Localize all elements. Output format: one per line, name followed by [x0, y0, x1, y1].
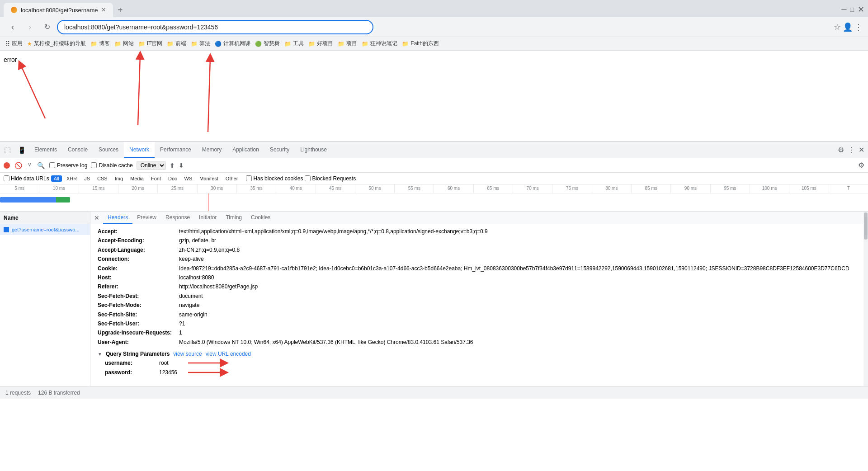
devtools-more-button[interactable]: ⋮	[848, 146, 855, 154]
clear-button[interactable]: 🚫	[14, 161, 23, 170]
bookmark-item-10[interactable]: 📁 好项目	[308, 40, 333, 47]
tab-application[interactable]: Application	[227, 142, 264, 158]
import-har-button[interactable]: ⬆	[170, 162, 175, 169]
bookmark-item-4[interactable]: 📁 IT官网	[138, 40, 163, 47]
blocked-requests-label[interactable]: Blocked Requests	[305, 175, 356, 182]
header-host: Host: localhost:8080	[98, 273, 856, 282]
tab-close-icon[interactable]: ×	[102, 6, 106, 14]
details-tab-timing[interactable]: Timing	[221, 212, 246, 224]
network-row[interactable]: get?username=root&passwo...	[0, 224, 90, 235]
details-tab-cookies[interactable]: Cookies	[246, 212, 275, 224]
details-tab-response[interactable]: Response	[161, 212, 194, 224]
query-string-title: Query String Parameters	[106, 349, 170, 358]
view-url-encoded-link[interactable]: view URL encoded	[206, 349, 251, 358]
query-string-collapse-icon[interactable]: ▼	[98, 350, 102, 358]
annotation-arrows	[0, 51, 868, 141]
disable-cache-checkbox-label[interactable]: Disable cache	[91, 162, 132, 169]
timeline-tick-4: 20 ms	[118, 184, 158, 193]
bookmark-item-7[interactable]: 🔵 计算机网课	[215, 40, 250, 47]
devtools-device-icon[interactable]: 📱	[14, 142, 29, 158]
details-tab-preview[interactable]: Preview	[132, 212, 161, 224]
new-tab-button[interactable]: +	[114, 3, 127, 17]
tab-memory[interactable]: Memory	[197, 142, 227, 158]
header-sec-fetch-user-name: Sec-Fetch-User:	[98, 319, 179, 328]
throttle-select[interactable]: Online	[137, 161, 166, 170]
details-panel: ✕ Headers Preview Response Initiator Tim…	[90, 212, 863, 386]
filter-all-button[interactable]: All	[51, 175, 62, 182]
filter-doc-button[interactable]: Doc	[165, 175, 180, 182]
details-scrollbar[interactable]	[863, 212, 868, 386]
tab-console[interactable]: Console	[62, 142, 93, 158]
bookmark-item-8[interactable]: 🟢 智慧树	[255, 40, 280, 47]
export-har-button[interactable]: ⬇	[179, 162, 184, 169]
bookmark-item-2[interactable]: 📁 博客	[90, 40, 110, 47]
maximize-button[interactable]: □	[850, 6, 854, 13]
bookmark-item-12[interactable]: 📁 狂神说笔记	[362, 40, 397, 47]
filter-media-button[interactable]: Media	[127, 175, 146, 182]
header-cookie-value: Idea-f087219=ddb4285a-a2c9-4687-a791-ca1…	[179, 264, 849, 273]
has-blocked-cookies-label[interactable]: Has blocked cookies	[246, 175, 303, 182]
timeline-tick-8: 40 ms	[276, 184, 316, 193]
filter-ws-button[interactable]: WS	[182, 175, 195, 182]
tab-performance[interactable]: Performance	[155, 142, 197, 158]
close-button[interactable]: ✕	[858, 5, 864, 14]
menu-button[interactable]: ⋮	[854, 22, 863, 32]
url-input[interactable]	[64, 24, 366, 31]
view-source-link[interactable]: view source	[173, 349, 202, 358]
hide-data-urls-label[interactable]: Hide data URLs	[4, 175, 49, 182]
preserve-log-checkbox[interactable]	[49, 162, 55, 168]
tab-network[interactable]: Network	[124, 142, 155, 158]
filter-icon-button[interactable]: ⊻	[27, 161, 33, 170]
forward-button[interactable]: ›	[23, 20, 37, 34]
hide-data-urls-checkbox[interactable]	[4, 175, 9, 181]
bookmark-item-9[interactable]: 📁 工具	[284, 40, 304, 47]
apps-button[interactable]: ⠿ 应用	[5, 40, 23, 47]
filter-js-button[interactable]: JS	[81, 175, 93, 182]
timeline-tick-2: 10 ms	[39, 184, 79, 193]
filter-manifest-button[interactable]: Manifest	[197, 175, 221, 182]
back-button[interactable]: ‹	[5, 20, 20, 34]
scrollbar-thumb[interactable]	[864, 212, 868, 240]
header-accept-encoding: Accept-Encoding: gzip, deflate, br	[98, 236, 856, 245]
header-accept-language-name: Accept-Language:	[98, 245, 179, 254]
bookmark-item-11[interactable]: 📁 项目	[338, 40, 357, 47]
timeline-tick-5: 25 ms	[158, 184, 197, 193]
refresh-button[interactable]: ↻	[40, 20, 54, 34]
header-sec-fetch-user: Sec-Fetch-User: ?1	[98, 319, 856, 328]
address-bar[interactable]	[57, 20, 373, 34]
timeline-tick-18: 90 ms	[671, 184, 710, 193]
filter-xhr-button[interactable]: XHR	[64, 175, 80, 182]
filter-img-button[interactable]: Img	[112, 175, 126, 182]
filter-css-button[interactable]: CSS	[94, 175, 110, 182]
bookmark-item-5[interactable]: 📁 前端	[167, 40, 186, 47]
tab-sources[interactable]: Sources	[93, 142, 124, 158]
details-tab-initiator[interactable]: Initiator	[194, 212, 221, 224]
tab-elements[interactable]: Elements	[29, 142, 62, 158]
bookmark-item-13[interactable]: 📁 Faith的东西	[402, 40, 439, 47]
timeline-bar	[0, 197, 70, 203]
devtools-close-button[interactable]: ✕	[859, 146, 864, 154]
has-blocked-cookies-checkbox[interactable]	[246, 175, 252, 181]
blocked-requests-checkbox[interactable]	[305, 175, 311, 181]
active-tab[interactable]: localhost:8080/get?username ×	[4, 3, 113, 17]
bookmark-item-1[interactable]: ★ 某柠檬_柠檬味的导航	[27, 40, 86, 47]
filter-font-button[interactable]: Font	[148, 175, 164, 182]
bookmark-item-6[interactable]: 📁 算法	[191, 40, 210, 47]
search-button[interactable]: 🔍	[36, 161, 46, 170]
network-settings-button[interactable]: ⚙	[858, 161, 864, 170]
filter-other-button[interactable]: Other	[223, 175, 241, 182]
tab-lighthouse[interactable]: Lighthouse	[295, 142, 332, 158]
svg-line-2	[208, 57, 210, 132]
details-tab-headers[interactable]: Headers	[103, 212, 132, 224]
tab-security[interactable]: Security	[264, 142, 295, 158]
bookmark-item-3[interactable]: 📁 网站	[114, 40, 134, 47]
details-close-button[interactable]: ✕	[94, 212, 99, 224]
bookmark-star-button[interactable]: ☆	[834, 22, 841, 32]
profile-button[interactable]: 👤	[843, 22, 853, 32]
preserve-log-checkbox-label[interactable]: Preserve log	[49, 162, 87, 169]
disable-cache-checkbox[interactable]	[91, 162, 97, 168]
devtools-settings-button[interactable]: ⚙	[838, 146, 844, 154]
minimize-button[interactable]: ─	[841, 5, 846, 14]
devtools-inspect-icon[interactable]: ⬚	[0, 142, 14, 158]
record-button[interactable]	[4, 162, 10, 169]
